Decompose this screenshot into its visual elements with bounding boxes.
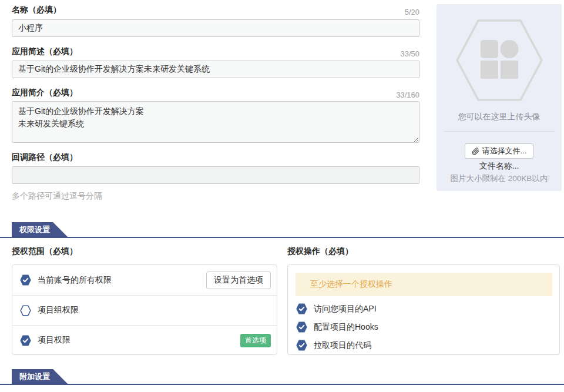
permission-tab-underline (0, 237, 564, 238)
avatar-hexagon-upload-area[interactable] (456, 19, 543, 103)
description-textarea[interactable]: 基于Git的企业级协作开发解决方案 未来研发关键系统 (12, 101, 419, 143)
operations-list: 至少选择一个授权操作 访问您项目的API 配置项目的Hooks 拉取项目的代码 (287, 264, 560, 355)
additional-tab-underline (0, 384, 564, 385)
checkbox-unchecked-icon[interactable] (20, 305, 31, 316)
summary-char-counter: 33/50 (12, 49, 419, 58)
checkbox-checked-icon[interactable] (20, 274, 31, 286)
tab-permission-settings[interactable]: 权限设置 (12, 222, 68, 237)
scope-row-label: 项目权限 (38, 335, 70, 346)
size-limit-text: 图片大小限制在 200KB以内 (437, 173, 562, 184)
callback-hint: 多个路径可通过逗号分隔 (12, 191, 102, 202)
ops-row-pull-code[interactable]: 拉取项目的代码 (288, 336, 559, 354)
preferred-badge: 首选项 (240, 334, 271, 347)
scope-section-title: 授权范围（必填） (12, 246, 78, 257)
ops-row-label: 配置项目的Hooks (314, 322, 378, 333)
paperclip-icon (472, 148, 479, 155)
name-char-counter: 5/20 (12, 8, 419, 16)
app-form-page: 名称（必填） 5/20 应用简述（必填） 33/50 应用简介（必填） 33/1… (0, 0, 564, 392)
callback-field-label: 回调路径（必填） (12, 152, 78, 163)
scope-row-group-permissions[interactable]: 项目组权限 (12, 295, 277, 325)
operations-warning: 至少选择一个授权操作 (296, 273, 552, 296)
checkbox-checked-icon[interactable] (296, 303, 307, 314)
name-input[interactable] (12, 19, 419, 37)
ops-row-label: 拉取项目的代码 (314, 340, 371, 351)
scope-row-project-permissions[interactable]: 项目权限 首选项 (12, 325, 277, 355)
checkbox-checked-icon[interactable] (20, 335, 31, 346)
avatar-upload-panel: 您可以在这里上传头像 请选择文件... 文件名称... 图片大小限制在 200K… (437, 4, 562, 191)
callback-input[interactable] (12, 166, 419, 184)
scope-list: 当前账号的所有权限 设置为首选项 项目组权限 项目权限 首选项 (12, 264, 277, 355)
operations-section-title: 授权操作（必填） (287, 246, 353, 257)
choose-file-button[interactable]: 请选择文件... (465, 143, 534, 159)
summary-input[interactable] (12, 61, 419, 78)
file-name-text: 文件名称... (437, 161, 562, 172)
set-preferred-button[interactable]: 设置为首选项 (206, 272, 271, 289)
tab-additional-settings[interactable]: 附加设置 (12, 369, 68, 384)
checkbox-checked-icon[interactable] (296, 321, 307, 333)
avatar-placeholder-icon (456, 19, 543, 101)
panel-divider (444, 131, 555, 132)
description-char-counter: 33/160 (12, 91, 419, 99)
ops-row-hooks-config[interactable]: 配置项目的Hooks (288, 318, 559, 336)
ops-row-label: 访问您项目的API (314, 304, 377, 314)
checkbox-checked-icon[interactable] (296, 340, 307, 351)
choose-file-label: 请选择文件... (482, 146, 527, 156)
scope-row-label: 项目组权限 (38, 305, 79, 316)
scope-row-label: 当前账号的所有权限 (38, 275, 112, 286)
scope-row-all-permissions[interactable]: 当前账号的所有权限 设置为首选项 (12, 265, 277, 295)
ops-row-api-access[interactable]: 访问您项目的API (288, 300, 559, 318)
avatar-upload-hint: 您可以在这里上传头像 (437, 112, 562, 122)
